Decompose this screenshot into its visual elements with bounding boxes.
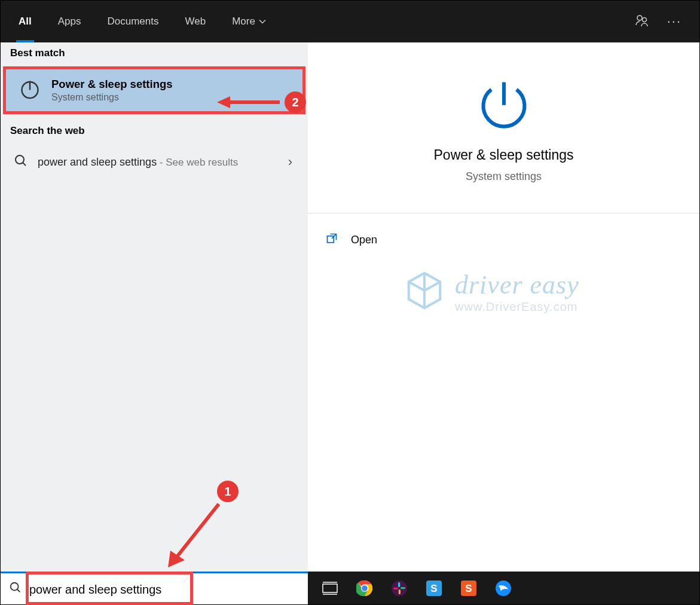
svg-line-5	[23, 163, 26, 166]
feedback-icon[interactable]	[635, 13, 649, 30]
svg-rect-17	[398, 582, 400, 587]
search-box-region	[1, 572, 308, 604]
tab-documents[interactable]: Documents	[94, 1, 172, 42]
best-match-subtitle: System settings	[51, 92, 173, 103]
tab-apps[interactable]: Apps	[45, 1, 94, 42]
search-icon	[14, 154, 28, 170]
detail-title: Power & sleep settings	[320, 147, 687, 163]
search-filter-topbar: All Apps Documents Web More ···	[1, 1, 699, 42]
svg-line-28	[175, 504, 219, 559]
svg-text:S: S	[465, 583, 472, 594]
open-action[interactable]: Open	[326, 233, 681, 248]
svg-rect-18	[401, 587, 405, 589]
svg-text:S: S	[430, 583, 437, 594]
best-match-title: Power & sleep settings	[51, 78, 173, 91]
results-pane: Best match Power & sleep settings System…	[1, 42, 308, 572]
svg-point-0	[637, 16, 642, 20]
chevron-down-icon	[259, 18, 266, 25]
web-result-text: power and sleep settings - See web resul…	[38, 156, 279, 169]
cube-icon	[404, 270, 445, 314]
svg-marker-27	[217, 96, 230, 108]
search-web-label: Search the web	[1, 114, 308, 144]
chrome-icon[interactable]	[356, 579, 374, 597]
open-label: Open	[351, 234, 377, 246]
filter-tabs: All Apps Documents Web More	[5, 1, 279, 42]
battlenet-icon[interactable]	[494, 579, 512, 597]
svg-point-1	[642, 18, 646, 22]
detail-subtitle: System settings	[320, 170, 687, 183]
chevron-right-icon: ›	[288, 154, 296, 170]
svg-rect-19	[399, 589, 401, 594]
tab-more[interactable]: More	[219, 1, 279, 42]
svg-marker-29	[168, 551, 185, 567]
annotation-badge-1: 1	[217, 481, 239, 502]
svg-rect-20	[393, 587, 398, 589]
best-match-label: Best match	[1, 42, 308, 66]
detail-pane: Power & sleep settings System settings O…	[308, 42, 699, 572]
more-options-icon[interactable]: ···	[667, 14, 681, 29]
search-input[interactable]	[29, 582, 299, 597]
tab-web[interactable]: Web	[172, 1, 219, 42]
snagit-blue-icon[interactable]: S	[425, 579, 443, 597]
taskbar: S S	[308, 572, 699, 604]
svg-point-7	[11, 583, 19, 591]
slack-icon[interactable]	[390, 579, 408, 597]
snagit-orange-icon[interactable]: S	[460, 579, 478, 597]
svg-point-15	[362, 585, 368, 591]
annotation-badge-2: 2	[285, 91, 306, 113]
windows-search-panel: All Apps Documents Web More ··· Best mat…	[0, 0, 700, 605]
search-icon	[9, 581, 22, 597]
task-view-icon[interactable]	[321, 579, 339, 597]
watermark: driver easy www.DriverEasy.com	[404, 270, 675, 314]
annotation-arrow-2	[217, 94, 283, 111]
tab-all[interactable]: All	[5, 1, 45, 42]
open-icon	[326, 233, 338, 248]
web-result-item[interactable]: power and sleep settings - See web resul…	[1, 144, 308, 176]
annotation-arrow-1	[162, 499, 228, 571]
power-icon	[19, 78, 41, 102]
svg-point-4	[16, 155, 24, 164]
svg-line-8	[17, 589, 20, 592]
taskbar-region: S S	[1, 572, 699, 604]
svg-rect-9	[323, 584, 337, 592]
power-icon	[476, 122, 531, 132]
